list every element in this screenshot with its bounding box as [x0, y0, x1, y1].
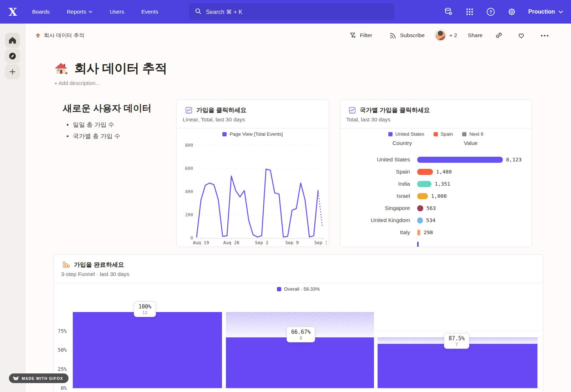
project-selector[interactable]: Prouction	[528, 9, 563, 15]
line-chart-card[interactable]: 가입을 클릭하세요 Linear, Total, last 30 days Pa…	[176, 100, 329, 247]
funnel-ytick: 75%	[51, 328, 67, 334]
settings-gear-icon[interactable]	[507, 7, 516, 16]
country-value: 534	[426, 217, 435, 223]
country-label: India	[340, 181, 410, 187]
funnel-pct: 66.67%	[291, 329, 310, 335]
help-icon[interactable]: ?	[486, 7, 495, 16]
country-card-title[interactable]: 국가별 가입을 클릭하세요	[360, 106, 430, 114]
x-axis-line	[72, 388, 540, 388]
copy-link-button[interactable]	[495, 32, 502, 39]
legend-label: Page View [Total Events]	[229, 131, 283, 137]
svg-text:600: 600	[185, 166, 193, 171]
country-label: United States	[340, 156, 410, 163]
country-legend: United StatesSpainNext 9	[340, 131, 531, 137]
subscribe-icon	[389, 32, 397, 39]
project-name: Prouction	[528, 9, 555, 15]
country-row[interactable]: United States8,123	[340, 154, 531, 166]
country-row[interactable]: Spain1,480	[340, 166, 531, 178]
funnel-tooltip: 100%12	[134, 301, 156, 317]
svg-text:Aug 19: Aug 19	[193, 240, 209, 245]
nav-item-reports[interactable]: Reports	[67, 9, 92, 15]
add-description[interactable]: + Add description...	[54, 80, 100, 86]
country-row[interactable]: Israel1,008	[340, 190, 531, 202]
country-bar[interactable]	[417, 169, 433, 175]
nav-right: ? Prouction	[444, 0, 563, 24]
gifox-label: MADE WITH GIFOX	[22, 376, 63, 381]
legend-item[interactable]: Spain	[434, 131, 453, 137]
funnel-bar[interactable]	[226, 337, 374, 388]
legend-item[interactable]: United States	[388, 131, 424, 137]
funnel-chart-card[interactable]: 가입을 완료하세요 3-step Funnel · last 30 days O…	[54, 254, 543, 392]
country-row[interactable]: India1,351	[340, 178, 531, 190]
funnel-count: 8	[291, 336, 310, 341]
column-country: Country	[379, 140, 426, 146]
funnel-pct: 87.5%	[449, 335, 465, 342]
page-title-text[interactable]: 회사 데이터 추적	[74, 60, 167, 77]
legend-item[interactable]: Page View [Total Events]	[222, 131, 283, 137]
more-options-button[interactable]: •••	[541, 32, 550, 39]
country-rows: United States8,123Spain1,480India1,351Is…	[340, 154, 531, 247]
country-bar[interactable]	[417, 205, 423, 211]
legend-item[interactable]: Next 9	[462, 131, 483, 137]
search-input[interactable]: Search ⌘ + K	[189, 4, 394, 20]
country-bar[interactable]	[417, 217, 423, 223]
collaborators[interactable]: + 2	[435, 30, 457, 41]
country-row[interactable]	[340, 238, 531, 247]
line-legend: Page View [Total Events]	[177, 131, 329, 137]
create-new-button[interactable]	[5, 64, 20, 79]
favorite-button[interactable]	[517, 32, 525, 39]
data-management-icon[interactable]	[444, 7, 453, 16]
svg-text:Sep 16: Sep 16	[314, 240, 327, 245]
line-chart-icon	[185, 107, 192, 114]
line-chart-icon	[349, 107, 356, 114]
share-button[interactable]: Share	[468, 32, 482, 39]
filter-label: Filter	[360, 32, 372, 39]
country-label: United Kingdom	[340, 217, 410, 223]
home-button[interactable]	[5, 33, 20, 48]
line-card-title[interactable]: 가입을 클릭하세요	[196, 106, 247, 114]
country-bar[interactable]	[417, 157, 503, 163]
mixpanel-dashboard: X BoardsReports UsersEvents Search ⌘ + K	[0, 0, 571, 392]
nav-item-events[interactable]: Events	[141, 9, 158, 15]
funnel-bar[interactable]	[378, 344, 537, 388]
discover-button[interactable]	[5, 49, 20, 64]
toolbar-actions: Filter Subscribe + 2 Share •••	[349, 30, 571, 41]
breadcrumb[interactable]: 회사 데이터 추적	[35, 32, 84, 39]
legend-swatch	[462, 132, 466, 136]
funnel-bar[interactable]	[73, 312, 222, 388]
country-value: 1,351	[435, 181, 450, 187]
subscribe-button[interactable]: Subscribe	[389, 32, 425, 39]
funnel-plot: 0%25%50%75%100%1266.67%887.5%7	[54, 255, 544, 392]
intro-bullets: 일일 총 가입 수국가별 총 가입 수	[66, 121, 120, 144]
country-row[interactable]: United Kingdom534	[340, 214, 531, 226]
mixpanel-logo-icon[interactable]: X	[6, 6, 19, 18]
country-chart-card[interactable]: 국가별 가입을 클릭하세요 Total, last 30 days United…	[340, 100, 532, 247]
heart-icon	[517, 32, 525, 39]
gifox-badge[interactable]: MADE WITH GIFOX	[9, 373, 69, 383]
breadcrumb-label: 회사 데이터 추적	[44, 32, 84, 39]
line-card-subtitle: Linear, Total, last 30 days	[183, 116, 245, 123]
country-bar[interactable]	[417, 181, 431, 187]
svg-text:200: 200	[185, 212, 193, 217]
legend-label: Spain	[441, 131, 453, 137]
svg-text:800: 800	[185, 142, 193, 148]
collaborators-count: + 2	[449, 32, 457, 39]
svg-text:400: 400	[185, 189, 193, 194]
country-row[interactable]: Singapore563	[340, 202, 531, 214]
legend-swatch	[222, 132, 227, 136]
country-row[interactable]: Italy298	[340, 226, 531, 238]
line-chart-plot[interactable]: 0200400600800Aug 19Aug 26Sep 2Sep 9Sep 1…	[180, 137, 327, 245]
country-bar[interactable]	[417, 242, 419, 247]
country-bar[interactable]	[417, 193, 428, 199]
funnel-tooltip: 87.5%7	[444, 333, 469, 349]
country-bar[interactable]	[417, 230, 420, 236]
house-emoji-icon	[35, 32, 41, 39]
intro-bullet: 국가별 총 가입 수	[73, 132, 120, 140]
funnel-tooltip: 66.67%8	[287, 327, 315, 342]
nav-item-users[interactable]: Users	[110, 9, 124, 15]
nav-item-boards[interactable]: Boards	[32, 9, 50, 15]
filter-button[interactable]: Filter	[349, 32, 372, 39]
top-nav: X BoardsReports UsersEvents Search ⌘ + K	[0, 0, 571, 24]
country-card-header: 국가별 가입을 클릭하세요	[349, 106, 430, 114]
apps-grid-icon[interactable]	[465, 7, 474, 16]
